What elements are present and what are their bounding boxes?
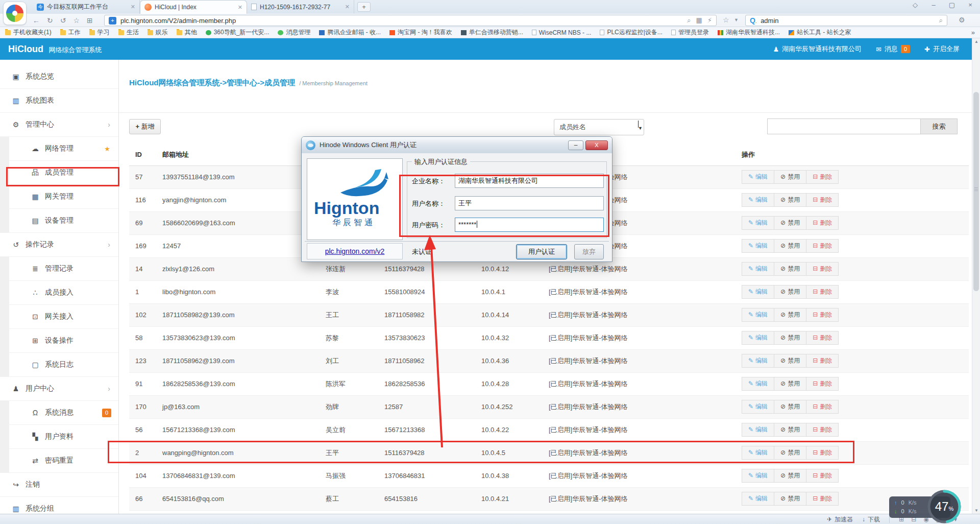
- minimize-button[interactable]: [929, 1, 938, 9]
- delete-button[interactable]: 删除: [806, 423, 839, 437]
- dialog-close-button[interactable]: X: [585, 140, 608, 150]
- disable-button[interactable]: 禁用: [774, 239, 806, 253]
- edit-button[interactable]: 编辑: [742, 331, 774, 345]
- vertical-scrollbar[interactable]: ▲ ▼: [972, 38, 980, 514]
- table-row[interactable]: 1 libo@hignton.com 李波 15581008924 10.0.4…: [129, 280, 969, 303]
- edit-button[interactable]: 编辑: [742, 446, 774, 460]
- add-member-button[interactable]: 新增: [129, 119, 161, 134]
- browser-logo[interactable]: [3, 2, 27, 25]
- browser-search-input[interactable]: [760, 16, 939, 25]
- sidebar-item-share[interactable]: 成员接入: [0, 281, 118, 305]
- col-email[interactable]: 邮箱地址: [157, 144, 323, 165]
- bookmark-star-icon[interactable]: [723, 16, 729, 24]
- filter-select[interactable]: 成员姓名 ▼: [554, 119, 644, 135]
- disable-button[interactable]: 禁用: [774, 492, 806, 506]
- disable-button[interactable]: 禁用: [774, 262, 806, 276]
- header-company[interactable]: 湖南华辰智通科技有限公司: [773, 44, 862, 54]
- table-row[interactable]: 170 jp@163.com 劲牌 12587 10.0.4.252 [已启用]…: [129, 395, 969, 418]
- delete-button[interactable]: 删除: [806, 492, 839, 506]
- maximize-button[interactable]: [947, 1, 957, 9]
- cell-email[interactable]: 18711058962@139.com: [157, 349, 323, 372]
- bookmark-item[interactable]: 工作: [60, 28, 81, 37]
- sidebar-item-file[interactable]: 系统日志: [0, 353, 118, 377]
- edit-button[interactable]: 编辑: [742, 193, 774, 207]
- tab-close-icon[interactable]: ✕: [131, 4, 135, 10]
- sidebar-item-share-square[interactable]: 网关接入: [0, 305, 118, 329]
- header-fullscreen[interactable]: 开启全屏: [924, 44, 960, 54]
- sidebar-item-users[interactable]: 用户中心 ›: [0, 377, 118, 401]
- table-row[interactable]: 102 18711058982@139.com 王工 18711058982 1…: [129, 303, 969, 326]
- delete-button[interactable]: 删除: [806, 331, 839, 345]
- cell-email[interactable]: yangjin@hignton.com: [157, 188, 323, 211]
- sidebar-item-exchange[interactable]: 密码重置: [0, 449, 118, 473]
- edit-button[interactable]: 编辑: [742, 308, 774, 322]
- bookmark-item[interactable]: 消息管理: [278, 28, 310, 37]
- bookmark-item[interactable]: 湖南华辰智通科技...: [718, 28, 780, 37]
- password-input[interactable]: *******: [455, 218, 604, 232]
- delete-button[interactable]: 删除: [806, 216, 839, 230]
- delete-button[interactable]: 删除: [806, 308, 839, 322]
- scroll-up-arrow[interactable]: ▲: [972, 39, 980, 44]
- site-safety-icon[interactable]: +: [109, 17, 116, 25]
- table-row[interactable]: 91 18628258536@139.com 陈洪军 18628258536 1…: [129, 372, 969, 395]
- sidebar-item-monitor[interactable]: 系统总览: [0, 65, 118, 89]
- table-row[interactable]: 2 wangping@hignton.com 王平 15116379428 10…: [129, 441, 969, 464]
- extension-bolt-icon[interactable]: [707, 16, 712, 25]
- table-row[interactable]: 56 15671213368@139.com 吴立前 15671213368 1…: [129, 418, 969, 441]
- cell-email[interactable]: 13573830623@139.com: [157, 326, 323, 349]
- header-messages[interactable]: 消息 0: [876, 44, 910, 54]
- disable-button[interactable]: 禁用: [774, 170, 806, 184]
- delete-button[interactable]: 删除: [806, 170, 839, 184]
- disable-button[interactable]: 禁用: [774, 216, 806, 230]
- cell-email[interactable]: libo@hignton.com: [157, 280, 323, 303]
- delete-button[interactable]: 删除: [806, 469, 839, 483]
- cell-email[interactable]: 15866020699@163.com: [157, 211, 323, 234]
- table-row[interactable]: 66 654153816@qq.com 蔡工 654153816 10.0.4.…: [129, 487, 969, 510]
- sidebar-item-sitemap[interactable]: 成员管理: [0, 161, 118, 185]
- new-tab-button[interactable]: +: [357, 2, 371, 12]
- dialog-minimize-button[interactable]: –: [568, 140, 583, 150]
- disable-button[interactable]: 禁用: [774, 377, 806, 391]
- authenticate-button[interactable]: 用户认证: [516, 244, 567, 259]
- edit-button[interactable]: 编辑: [742, 423, 774, 437]
- bookmark-item[interactable]: 站长工具 - 站长之家: [789, 28, 851, 37]
- delete-button[interactable]: 删除: [806, 400, 839, 414]
- disable-button[interactable]: 禁用: [774, 469, 806, 483]
- disable-button[interactable]: 禁用: [774, 285, 806, 299]
- bookmark-item[interactable]: 单仁合强移动营销...: [461, 28, 523, 37]
- sidebar-item-chart[interactable]: 系统图表: [0, 89, 118, 113]
- edit-button[interactable]: 编辑: [742, 492, 774, 506]
- cell-email[interactable]: 12457: [157, 234, 323, 257]
- sidebar-item-signout[interactable]: 注销: [0, 473, 118, 497]
- delete-button[interactable]: 删除: [806, 377, 839, 391]
- sidebar-item-plus-square[interactable]: 设备操作: [0, 329, 118, 353]
- refresh-button[interactable]: [47, 16, 53, 25]
- cell-email[interactable]: jp@163.com: [157, 395, 323, 418]
- delete-button[interactable]: 删除: [806, 239, 839, 253]
- url-text[interactable]: plc.hignton.com/V2/admin-member.php: [120, 17, 687, 25]
- disable-button[interactable]: 禁用: [774, 193, 806, 207]
- disable-button[interactable]: 禁用: [774, 331, 806, 345]
- tab-close-icon[interactable]: ✕: [345, 4, 350, 10]
- scrollbar-thumb[interactable]: [973, 92, 979, 291]
- disable-button[interactable]: 禁用: [774, 308, 806, 322]
- url-dropdown-caret[interactable]: ▼: [734, 17, 739, 22]
- bookmark-item[interactable]: 360导航_新一代安...: [206, 28, 270, 37]
- cell-email[interactable]: 13937551184@139.com: [157, 165, 323, 188]
- table-row[interactable]: 123 18711058962@139.com 刘工 18711058962 1…: [129, 349, 969, 372]
- bookmark-item[interactable]: 腾讯企业邮箱 - 收...: [319, 28, 381, 37]
- sidebar-item-doc[interactable]: 管理记录: [0, 257, 118, 281]
- dialog-titlebar[interactable]: Hinode Windows Client 用户认证 – X: [302, 137, 612, 153]
- table-row[interactable]: 编辑禁用删除: [129, 510, 969, 514]
- search-button[interactable]: 搜索: [920, 118, 958, 134]
- memory-percent-widget[interactable]: 47%: [925, 487, 964, 524]
- edit-button[interactable]: 编辑: [742, 285, 774, 299]
- edit-button[interactable]: 编辑: [742, 170, 774, 184]
- delete-button[interactable]: 删除: [806, 285, 839, 299]
- back-button[interactable]: [33, 16, 40, 25]
- delete-button[interactable]: 删除: [806, 262, 839, 276]
- undo-button[interactable]: [60, 16, 66, 25]
- bookmark-item[interactable]: 淘宝网 - 淘！我喜欢: [389, 28, 452, 37]
- bookmark-item[interactable]: 学习: [89, 28, 110, 37]
- edit-button[interactable]: 编辑: [742, 262, 774, 276]
